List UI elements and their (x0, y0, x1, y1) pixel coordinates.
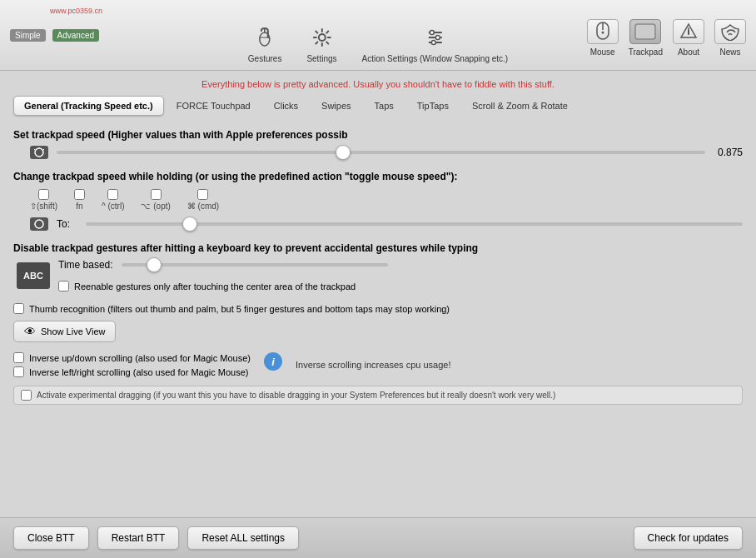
tracking-speed-row: 0.875 (30, 146, 743, 159)
modifier-fn: fn (74, 189, 85, 211)
to-speed-slider[interactable] (86, 222, 743, 226)
tab-swipes[interactable]: Swipes (311, 96, 361, 116)
tracking-speed-value: 0.875 (714, 147, 743, 158)
reset-button[interactable]: Reset ALL settings (187, 526, 299, 550)
modifier-cmd-label: ⌘ (cmd) (187, 202, 219, 211)
section-disable-gestures: Disable trackpad gestures after hitting … (13, 242, 743, 291)
svg-point-6 (430, 31, 434, 35)
tab-clicks[interactable]: Clicks (263, 96, 309, 116)
mouse-label: Mouse (590, 47, 615, 57)
experimental-row: Activate experimental dragging (if you w… (13, 386, 743, 405)
svg-point-8 (431, 41, 435, 45)
show-live-view-button[interactable]: 👁 Show Live View (13, 321, 116, 342)
reenable-checkbox[interactable] (58, 281, 69, 291)
tab-scroll-zoom-rotate[interactable]: Scroll & Zoom & Rotate (461, 96, 579, 116)
to-speed-icon (30, 217, 48, 231)
badge-advanced[interactable]: Advanced (52, 29, 99, 42)
inverse-leftright-checkbox[interactable] (13, 366, 24, 377)
tab-taps[interactable]: Taps (364, 96, 405, 116)
action-settings-icon (421, 24, 448, 51)
svg-point-2 (318, 34, 325, 41)
toolbar-item-mouse[interactable]: Mouse (587, 19, 619, 57)
inverse-checkboxes: Inverse up/down scrolling (also used for… (13, 352, 251, 377)
svg-point-14 (688, 27, 689, 29)
svg-point-11 (601, 32, 604, 34)
experimental-label: Activate experimental dragging (if you w… (37, 391, 555, 400)
thumb-recognition-checkbox[interactable] (13, 303, 24, 314)
warning-text: Everything below is pretty advanced. Usu… (13, 79, 743, 89)
toolbar-right: Mouse Trackpad About (587, 7, 746, 63)
inverse-leftright-row: Inverse left/right scrolling (also used … (13, 366, 251, 377)
check-updates-button[interactable]: Check for updates (634, 526, 743, 550)
svg-line-18 (34, 149, 35, 150)
modifier-fn-checkbox[interactable] (74, 189, 85, 200)
modifier-cmd-checkbox[interactable] (197, 189, 208, 200)
show-live-view-label: Show Live View (41, 326, 105, 336)
modifier-ctrl-label: ^ (ctrl) (102, 202, 124, 211)
trackpad-icon (629, 19, 661, 44)
news-label: News (719, 47, 740, 57)
svg-point-15 (35, 148, 43, 157)
section-hold-speed: Change trackpad speed while holding (or … (13, 171, 743, 231)
svg-point-0 (260, 32, 270, 46)
reenable-label: Reenable gestures only after touching th… (74, 281, 356, 291)
modifier-checkboxes: ⇧(shift) fn ^ (ctrl) ⌥ (opt) ⌘ (cmd) (30, 189, 743, 211)
toolbar-left: Simple Advanced www.pc0359.cn (10, 29, 99, 42)
to-label: To: (57, 218, 77, 230)
modifier-shift: ⇧(shift) (30, 189, 57, 211)
toolbar-item-gestures[interactable]: Gestures (248, 24, 282, 63)
about-icon (673, 19, 704, 44)
to-slider-row: To: (30, 217, 743, 231)
modifier-fn-label: fn (76, 202, 82, 211)
inverse-updown-checkbox[interactable] (13, 352, 24, 363)
toolbar-item-settings[interactable]: Settings (306, 24, 336, 63)
modifier-opt: ⌥ (opt) (141, 189, 170, 211)
trackpad-label: Trackpad (629, 47, 663, 57)
toolbar-item-news[interactable]: News (714, 19, 746, 57)
settings-label: Settings (306, 54, 336, 63)
modifier-ctrl-checkbox[interactable] (107, 189, 118, 200)
info-icon: i (264, 352, 282, 371)
restart-button[interactable]: Restart BTT (97, 526, 180, 550)
news-icon (714, 19, 746, 44)
tab-tiptaps[interactable]: TipTaps (406, 96, 460, 116)
disable-gestures-row: ABC Time based: Reenable gestures only a… (17, 259, 743, 291)
modifier-shift-checkbox[interactable] (38, 189, 49, 200)
tabs-container: General (Tracking Speed etc.) FORCE Touc… (13, 96, 743, 116)
inverse-warning-text: Inverse scrolling increases cpu usage! (296, 360, 450, 370)
experimental-checkbox[interactable] (21, 390, 32, 401)
svg-rect-12 (635, 24, 655, 39)
svg-point-7 (435, 36, 440, 40)
main-content: Everything below is pretty advanced. Usu… (0, 71, 756, 423)
toolbar-item-action-settings[interactable]: Action Settings (Window Snapping etc.) (362, 24, 509, 63)
time-based-slider[interactable] (122, 263, 388, 267)
thumb-recognition-row: Thumb recognition (filters out thumb and… (13, 303, 743, 314)
inverse-scrolling-section: Inverse up/down scrolling (also used for… (13, 352, 743, 377)
watermark: www.pc0359.cn (50, 7, 102, 15)
inverse-updown-label: Inverse up/down scrolling (also used for… (29, 353, 251, 363)
bottom-bar: Close BTT Restart BTT Reset ALL settings… (0, 517, 756, 558)
tab-general[interactable]: General (Tracking Speed etc.) (13, 96, 164, 116)
tracking-speed-icon (30, 146, 48, 159)
toolbar-item-about[interactable]: About (673, 19, 704, 57)
time-based-label: Time based: (58, 259, 113, 271)
settings-icon (308, 24, 335, 51)
tracking-speed-slider[interactable] (57, 151, 705, 154)
svg-point-19 (35, 220, 43, 228)
toolbar: Simple Advanced www.pc0359.cn Gestures (0, 0, 756, 71)
inverse-updown-row: Inverse up/down scrolling (also used for… (13, 352, 251, 363)
modifier-opt-checkbox[interactable] (151, 189, 162, 200)
badge-simple[interactable]: Simple (10, 29, 46, 42)
close-button[interactable]: Close BTT (13, 526, 89, 550)
hold-speed-title: Change trackpad speed while holding (or … (13, 171, 743, 182)
action-settings-label: Action Settings (Window Snapping etc.) (362, 54, 509, 63)
about-label: About (678, 47, 699, 57)
svg-line-17 (43, 149, 44, 150)
tab-force[interactable]: FORCE Touchpad (166, 96, 261, 116)
modifier-opt-label: ⌥ (opt) (141, 202, 170, 211)
modifier-shift-label: ⇧(shift) (30, 202, 57, 211)
toolbar-item-trackpad[interactable]: Trackpad (629, 19, 663, 57)
disable-gestures-title: Disable trackpad gestures after hitting … (13, 242, 743, 254)
gestures-label: Gestures (248, 54, 282, 63)
thumb-recognition-label: Thumb recognition (filters out thumb and… (29, 304, 450, 314)
